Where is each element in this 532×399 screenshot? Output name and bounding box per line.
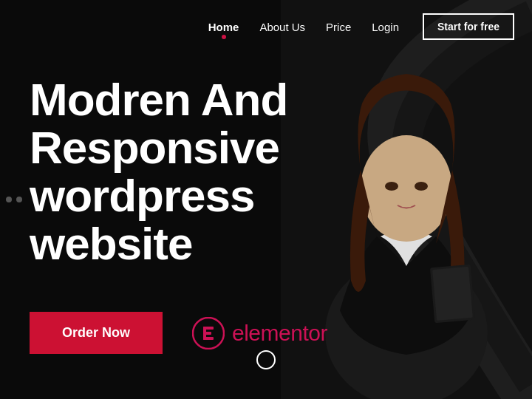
- nav-price[interactable]: Price: [326, 21, 351, 33]
- dot-1: [6, 197, 12, 202]
- hero-title-line1: Modren And: [30, 74, 287, 125]
- nav-login[interactable]: Login: [372, 21, 399, 33]
- start-free-button[interactable]: Start for free: [423, 13, 514, 40]
- dot-2: [16, 197, 22, 202]
- scroll-indicator: [256, 350, 276, 369]
- hero-title: Modren And Responsive wordpress website: [30, 75, 340, 267]
- side-dots: [6, 197, 22, 202]
- order-now-button[interactable]: Order Now: [30, 312, 163, 354]
- nav-home[interactable]: Home: [208, 21, 239, 33]
- scroll-circle: [256, 350, 276, 369]
- svg-rect-12: [203, 337, 214, 340]
- elementor-badge: elementor: [192, 317, 327, 349]
- nav-links: Home About Us Price Login: [208, 21, 399, 33]
- hero-bottom-row: Order Now elementor: [30, 312, 532, 354]
- svg-rect-11: [203, 332, 211, 335]
- elementor-text: elementor: [232, 321, 327, 346]
- hero-title-line3: wordpress: [30, 170, 255, 221]
- hero-section: Modren And Responsive wordpress website …: [0, 53, 532, 399]
- svg-rect-10: [203, 327, 214, 330]
- elementor-icon: [192, 317, 225, 349]
- navbar: Home About Us Price Login Start for free: [0, 0, 532, 53]
- nav-about[interactable]: About Us: [259, 21, 305, 33]
- hero-title-line2: Responsive: [30, 122, 279, 173]
- hero-title-line4: website: [30, 218, 192, 269]
